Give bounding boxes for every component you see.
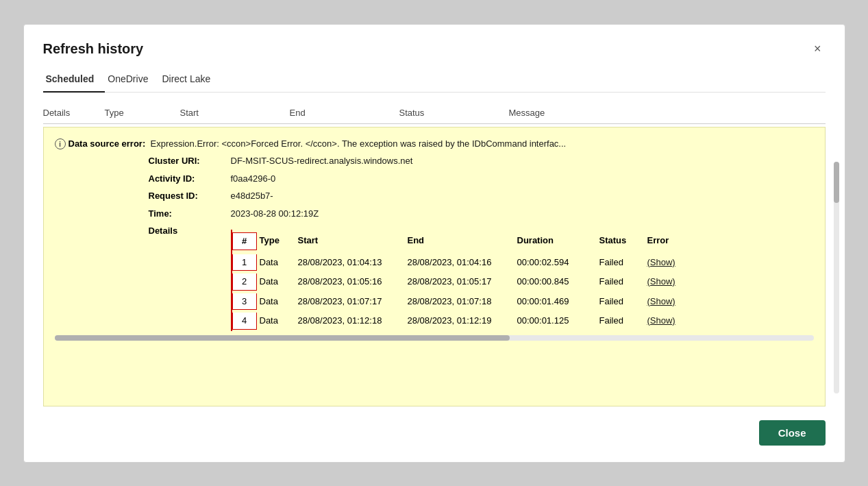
row3-end: 28/08/2023, 01:07:18 xyxy=(405,293,514,311)
row1-duration: 00:00:02.594 xyxy=(514,254,597,271)
row2-error[interactable]: (Show) xyxy=(645,274,699,291)
row3-error[interactable]: (Show) xyxy=(645,293,699,311)
col-message: Message xyxy=(509,108,826,118)
close-button[interactable]: Close xyxy=(759,420,826,446)
col-details: Details xyxy=(43,108,105,118)
datasource-error-label: Data source error: xyxy=(69,137,151,151)
row1-start: 28/08/2023, 01:04:13 xyxy=(295,254,405,271)
row1-error[interactable]: (Show) xyxy=(645,254,699,271)
row4-type: Data xyxy=(257,313,295,330)
row1-type: Data xyxy=(257,254,295,271)
dialog-title: Refresh history xyxy=(43,41,144,57)
row2-type: Data xyxy=(257,274,295,291)
row1-end: 28/08/2023, 01:04:16 xyxy=(405,254,514,271)
error-block: i Data source error: Expression.Error: <… xyxy=(43,127,826,406)
dt-col-start: Start xyxy=(295,232,405,250)
table-row: 4 Data 28/08/2023, 01:12:18 28/08/2023, … xyxy=(231,311,699,331)
row4-error[interactable]: (Show) xyxy=(645,313,699,330)
error-datasource-row: i Data source error: Expression.Error: <… xyxy=(55,137,814,151)
row3-type: Data xyxy=(257,293,295,311)
col-end: End xyxy=(290,108,399,118)
col-status: Status xyxy=(399,108,509,118)
table-row: 2 Data 28/08/2023, 01:05:16 28/08/2023, … xyxy=(231,272,699,292)
dt-col-type: Type xyxy=(257,232,295,250)
tab-scheduled[interactable]: Scheduled xyxy=(43,68,106,93)
scrollbar-thumb xyxy=(55,335,510,341)
row2-status: Failed xyxy=(597,274,645,291)
cluster-uri-row: Cluster URI: DF-MSIT-SCUS-redirect.analy… xyxy=(55,154,814,168)
col-start: Start xyxy=(180,108,290,118)
col-type: Type xyxy=(105,108,180,118)
details-label: Details xyxy=(149,224,231,238)
horizontal-scrollbar[interactable] xyxy=(55,335,814,341)
table-row: 1 Data 28/08/2023, 01:04:13 28/08/2023, … xyxy=(231,253,699,273)
time-value: 2023-08-28 00:12:19Z xyxy=(231,207,319,221)
table-row: 3 Data 28/08/2023, 01:07:17 28/08/2023, … xyxy=(231,292,699,312)
activity-id-value: f0aa4296-0 xyxy=(231,172,276,186)
dialog-footer: Close xyxy=(43,420,826,446)
details-table: # Type Start End Duration Status Error 1… xyxy=(231,230,699,331)
tab-onedrive[interactable]: OneDrive xyxy=(105,68,159,93)
close-icon[interactable]: × xyxy=(810,41,826,56)
info-icon: i xyxy=(55,138,66,149)
request-id-label: Request ID: xyxy=(149,189,231,203)
row4-duration: 00:00:01.125 xyxy=(514,313,597,330)
dialog-header: Refresh history × xyxy=(43,41,826,57)
dt-col-status: Status xyxy=(597,232,645,250)
datasource-error-value: Expression.Error: <ccon>Forced Error. </… xyxy=(151,137,567,151)
row4-status: Failed xyxy=(597,313,645,330)
tabs-container: Scheduled OneDrive Direct Lake xyxy=(43,68,826,93)
row4-end: 28/08/2023, 01:12:19 xyxy=(405,313,514,330)
dt-col-duration: Duration xyxy=(514,232,597,250)
row1-status: Failed xyxy=(597,254,645,271)
row3-duration: 00:00:01.469 xyxy=(514,293,597,311)
details-table-header: # Type Start End Duration Status Error xyxy=(231,230,699,253)
dt-col-error: Error xyxy=(645,232,699,250)
row2-duration: 00:00:00.845 xyxy=(514,274,597,291)
row4-num: 4 xyxy=(232,313,257,330)
table-header: Details Type Start End Status Message xyxy=(43,104,826,124)
row3-status: Failed xyxy=(597,293,645,311)
details-row: Details # Type Start End Duration Status… xyxy=(55,224,814,331)
request-id-value: e48d25b7- xyxy=(231,189,273,203)
row3-num: 3 xyxy=(232,293,257,311)
row2-end: 28/08/2023, 01:05:17 xyxy=(405,274,514,291)
scrollbar-thumb xyxy=(834,162,839,203)
time-label: Time: xyxy=(149,207,231,221)
vertical-scrollbar[interactable] xyxy=(834,162,839,393)
row4-start: 28/08/2023, 01:12:18 xyxy=(295,313,405,330)
row1-num: 1 xyxy=(232,254,257,271)
request-id-row: Request ID: e48d25b7- xyxy=(55,189,814,203)
refresh-history-dialog: Refresh history × Scheduled OneDrive Dir… xyxy=(23,24,845,463)
row3-start: 28/08/2023, 01:07:17 xyxy=(295,293,405,311)
activity-id-label: Activity ID: xyxy=(149,172,231,186)
cluster-uri-value: DF-MSIT-SCUS-redirect.analysis.windows.n… xyxy=(231,154,413,168)
activity-id-row: Activity ID: f0aa4296-0 xyxy=(55,172,814,186)
dt-col-num: # xyxy=(232,232,257,250)
time-row: Time: 2023-08-28 00:12:19Z xyxy=(55,207,814,221)
cluster-uri-label: Cluster URI: xyxy=(149,154,231,168)
row2-num: 2 xyxy=(232,274,257,291)
row2-start: 28/08/2023, 01:05:16 xyxy=(295,274,405,291)
dt-col-end: End xyxy=(405,232,514,250)
tab-direct-lake[interactable]: Direct Lake xyxy=(159,68,221,93)
